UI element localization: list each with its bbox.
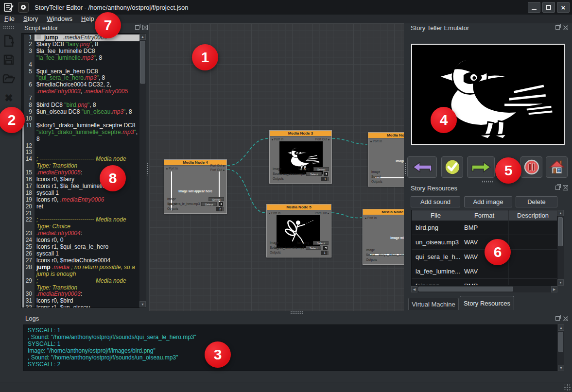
node-title[interactable]: Media Node 2 <box>368 133 404 138</box>
table-hscrollbar[interactable]: ◀ ▶ <box>411 286 557 292</box>
scroll-left-icon[interactable]: ◀ <box>411 286 417 292</box>
scroll-up-icon[interactable]: ▲ <box>139 34 146 40</box>
play-sound-icon[interactable] <box>324 172 328 176</box>
port-out-1[interactable]: Port Out <box>210 164 225 167</box>
play-sound-icon[interactable] <box>323 246 328 250</box>
annotation-badge-3: 3 <box>205 341 231 368</box>
close-panel-icon[interactable] <box>142 25 148 30</box>
node-graph-canvas[interactable]: Media Node 4 Port In Port Out Port Out I… <box>149 23 404 311</box>
script-editor-title: Script editor <box>24 24 58 32</box>
float-panel-icon[interactable] <box>555 316 560 321</box>
logs-scrollbar[interactable]: ▲ ▼ <box>558 324 564 371</box>
maximize-button[interactable] <box>542 2 555 13</box>
add-image-button[interactable]: Add image <box>464 196 512 207</box>
code-token: syscall 1 <box>36 189 59 196</box>
close-panel-icon[interactable] <box>563 25 568 30</box>
media-node-4[interactable]: Media Node 4 Port In Port Out Port Out I… <box>164 159 227 214</box>
media-node-6[interactable]: Media Node 6 Port In Image will appear h… <box>363 209 404 265</box>
play-sound-icon[interactable] <box>219 202 223 206</box>
emulator-next-button[interactable] <box>467 156 495 178</box>
editor-scrollbar[interactable]: ▲ ▼ <box>139 34 146 307</box>
close-button[interactable]: × <box>557 2 570 13</box>
new-document-icon <box>3 34 15 47</box>
code-line: 5$qui_sera_le_hero DC8 "qui_sera_le_hero… <box>24 68 139 82</box>
new-document-button[interactable] <box>1 34 16 48</box>
open-project-button[interactable] <box>1 71 16 86</box>
emulator-ok-button[interactable] <box>441 156 463 178</box>
node-title[interactable]: Media Node 6 <box>363 209 404 215</box>
port-in[interactable]: Port In <box>268 211 280 215</box>
code-line: 30.mediaEntry0003: <box>24 291 139 298</box>
code-token: , 8 <box>92 41 98 48</box>
next-arrow-icon <box>471 161 491 173</box>
float-panel-icon[interactable] <box>555 25 560 30</box>
scroll-down-icon[interactable]: ▼ <box>139 301 146 307</box>
select-image-button[interactable]: Select <box>313 241 329 245</box>
select-image-button[interactable]: Select <box>208 197 224 202</box>
code-token: "bird. <box>64 102 78 108</box>
scroll-up-icon[interactable]: ▲ <box>557 210 564 216</box>
port-out[interactable]: Port Out <box>315 211 330 215</box>
minimize-button[interactable] <box>528 2 540 13</box>
tab-virtual-machine[interactable]: Virtual Machine <box>408 298 459 310</box>
table-row[interactable]: fairy.pngBMP <box>412 279 557 286</box>
menu-file[interactable]: File <box>0 15 19 23</box>
scroll-down-icon[interactable]: ▼ <box>558 365 564 371</box>
emulator-pause-button[interactable] <box>520 156 542 178</box>
table-vscrollbar[interactable]: ▲ ▼ <box>557 210 564 286</box>
table-row[interactable]: bird.pngBMP <box>412 221 557 235</box>
close-project-button[interactable]: ✖ <box>1 90 16 105</box>
tab-story-resources[interactable]: Story Resources <box>460 296 514 310</box>
port-out[interactable]: Port Out <box>315 137 330 141</box>
media-node-3[interactable]: Media Node 3 Port In Port Out Image bird… <box>269 130 332 184</box>
node-title[interactable]: Media Node 5 <box>267 205 331 210</box>
scroll-right-icon[interactable]: ▶ <box>551 286 557 292</box>
port-out-2[interactable]: Port Out <box>210 168 225 171</box>
script-editor[interactable]: 1jump .mediaEntry00042$fairy DC8 "fairy.… <box>21 33 146 308</box>
port-in[interactable]: Port In <box>369 139 382 143</box>
port-in[interactable]: Port In <box>271 137 283 141</box>
save-button[interactable] <box>1 52 16 67</box>
splitter-emulator-resources[interactable] <box>482 180 494 183</box>
window-titlebar[interactable]: StoryTeller Editor - /home/anthony/ostpr… <box>0 0 572 15</box>
sound-value: story1_drako_luminelle_sceptre.mp3 <box>379 253 404 257</box>
select-sound-button[interactable]: Select <box>201 202 217 206</box>
table-row[interactable]: un_oiseau.mp3WAV <box>412 235 557 250</box>
scrollbar-thumb[interactable] <box>558 332 563 352</box>
media-node-5[interactable]: Media Node 5 Port In Port Out Image fair… <box>266 204 331 257</box>
emulator-back-button[interactable] <box>407 156 437 178</box>
code-token: "qui_sera_le_hero. <box>36 74 85 81</box>
close-panel-icon[interactable] <box>563 316 568 321</box>
menu-windows[interactable]: Windows <box>42 15 77 23</box>
scrollbar-thumb[interactable] <box>558 217 563 246</box>
code-token: , 8 <box>99 74 105 81</box>
float-panel-icon[interactable] <box>135 25 139 30</box>
select-image-button[interactable]: Select <box>313 167 329 171</box>
outputs-spinner[interactable]: 1 <box>321 177 329 181</box>
scroll-up-icon[interactable]: ▲ <box>558 324 564 331</box>
resize-grip[interactable] <box>564 384 571 391</box>
add-sound-button[interactable]: Add sound <box>411 196 460 207</box>
select-sound-button[interactable]: Select <box>306 172 322 176</box>
node-title[interactable]: Media Node 3 <box>270 131 331 136</box>
table-row[interactable]: la_fee_lumine...WAV <box>412 264 557 279</box>
scroll-down-icon[interactable]: ▼ <box>557 279 564 286</box>
menu-story[interactable]: Story <box>19 15 42 23</box>
scrollbar-thumb[interactable] <box>418 287 513 291</box>
select-sound-button[interactable]: Select <box>306 246 321 250</box>
delete-button[interactable]: Delete <box>516 196 557 207</box>
scrollbar-thumb[interactable] <box>140 41 145 84</box>
code-line: 28jump .media ; no return possible, so a… <box>24 264 139 278</box>
outputs-spinner[interactable]: 2 <box>216 207 224 211</box>
float-panel-icon[interactable] <box>555 186 560 190</box>
emulator-home-button[interactable] <box>546 156 568 178</box>
media-node-2[interactable]: Media Node 2 Port In Image will appear h… <box>368 132 404 187</box>
toolbar-drag-handle[interactable] <box>3 25 15 29</box>
splitter-canvas-logs[interactable] <box>290 311 303 314</box>
close-panel-icon[interactable] <box>563 185 568 190</box>
port-in[interactable]: Port In <box>364 216 377 220</box>
outputs-spinner[interactable]: 1 <box>321 251 329 255</box>
code-line: 23.mediaEntry0004: <box>24 230 139 237</box>
port-in[interactable]: Port In <box>165 167 178 170</box>
code-token: $mediaChoice0004 DC32, 2, <box>36 81 113 88</box>
